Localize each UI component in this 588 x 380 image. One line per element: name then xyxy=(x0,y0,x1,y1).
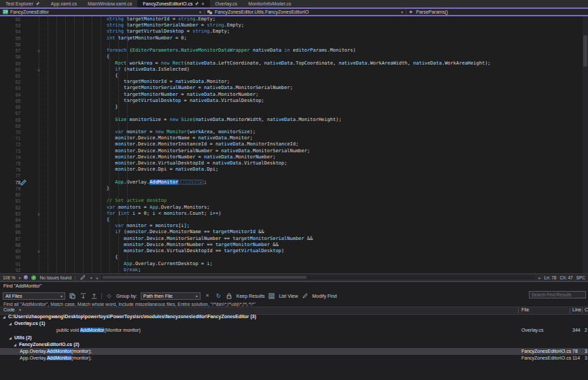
pin-icon[interactable] xyxy=(194,1,199,7)
line-number[interactable]: 91 xyxy=(0,261,20,267)
type-dropdown[interactable]: FancyZonesEditor.Utils.FancyZonesEditorI… xyxy=(205,9,407,15)
line-number[interactable]: 58 xyxy=(0,54,20,60)
expander-icon[interactable]: ◢ xyxy=(9,320,12,327)
code-editor[interactable]: 52 string targetMonitorId = string.Empty… xyxy=(0,16,588,273)
line-number[interactable]: 90 xyxy=(0,254,20,260)
group-by-dropdown[interactable]: Path then File ▾ xyxy=(141,292,201,300)
line-number[interactable]: 88 xyxy=(0,242,20,248)
tab-app-xaml-cs[interactable]: App.xaml.cs xyxy=(46,0,82,7)
line-number[interactable]: 68 xyxy=(0,117,20,123)
line-number[interactable]: 52 xyxy=(0,16,20,22)
issues-status[interactable]: No issues found xyxy=(39,275,71,280)
line-number[interactable]: 64 xyxy=(0,92,20,98)
find-group-row[interactable]: ◢FancyZonesEditorIO.cs (2) xyxy=(0,341,588,348)
line-number[interactable]: 79 xyxy=(0,186,20,192)
find-result-row[interactable]: App.Overlay.AddMonitor(monitor);FancyZon… xyxy=(0,355,588,362)
clear-icon[interactable]: ✕ xyxy=(204,292,211,300)
char-position[interactable]: Ch: 47 xyxy=(559,275,572,280)
close-icon[interactable]: × xyxy=(201,1,204,6)
scroll-right-icon[interactable]: ▸ xyxy=(538,275,540,280)
find-group-row[interactable]: ◢Overlay.cs (1) xyxy=(0,320,588,327)
line-number[interactable]: 56 xyxy=(0,41,20,48)
line-number[interactable]: 61 xyxy=(0,73,20,79)
line-number[interactable]: 54 xyxy=(0,29,20,35)
line-number[interactable]: 76 xyxy=(0,167,20,173)
chevron-down-icon[interactable]: ▾ xyxy=(18,275,20,280)
line-number[interactable]: 74 xyxy=(0,154,20,160)
tab-fancyzoneseditorio-cs[interactable]: FancyZonesEditorIO.cs× xyxy=(137,0,209,7)
line-number[interactable]: 78 xyxy=(0,179,20,186)
track-changes-pen-icon[interactable] xyxy=(80,274,87,281)
line-number[interactable]: 92 xyxy=(0,267,20,273)
line-number[interactable]: 59 xyxy=(0,61,20,67)
find-result-row[interactable]: public void AddMonitor(Monitor monitor)O… xyxy=(0,327,588,334)
line-number[interactable]: 71 xyxy=(0,135,20,141)
line-number[interactable]: 53 xyxy=(0,22,20,29)
tab-test-explorer[interactable]: Test Explorer xyxy=(0,0,46,7)
chevron-down-icon[interactable]: ▾ xyxy=(90,275,92,280)
space-mode[interactable]: SPC xyxy=(576,275,585,280)
line-number[interactable]: 72 xyxy=(0,141,20,148)
line-number[interactable]: 73 xyxy=(0,148,20,154)
member-dropdown[interactable]: ◆ ParseParams() xyxy=(407,9,588,15)
tab-mainwindow-xaml-cs[interactable]: MainWindow.xaml.cs xyxy=(82,0,137,7)
scroll-left-icon[interactable]: ◂ xyxy=(96,275,98,280)
settings-gear-icon[interactable] xyxy=(105,292,113,300)
lock-icon[interactable] xyxy=(226,292,233,300)
keep-results-label[interactable]: Keep Results xyxy=(237,294,265,298)
line-number[interactable]: 63 xyxy=(0,85,20,91)
line-number[interactable]: 87 xyxy=(0,236,20,242)
find-group-row[interactable]: ◢Utils (2) xyxy=(0,334,588,341)
line-number[interactable]: 86 xyxy=(0,229,20,235)
line-number[interactable]: 80 xyxy=(0,192,20,198)
find-group-row[interactable]: ◢C:\Users\zhaopengwang\Desktop\powertoys… xyxy=(0,313,588,320)
line-number[interactable]: 57 xyxy=(0,48,20,54)
tab-monitorinfomodel-cs[interactable]: MonitorInfoModel.cs xyxy=(243,0,296,7)
health-indicator-icon[interactable] xyxy=(24,275,28,279)
column-code[interactable]: Code xyxy=(3,307,15,312)
tab-overlay-cs[interactable]: Overlay.cs xyxy=(210,0,243,7)
expander-icon[interactable]: ◢ xyxy=(9,334,12,341)
chevron-down-icon[interactable]: ▾ xyxy=(19,307,21,312)
line-number[interactable]: 89 xyxy=(0,248,20,254)
search-find-results-input[interactable] xyxy=(529,291,586,298)
line-number[interactable]: 83 xyxy=(0,211,20,217)
line-number[interactable]: 55 xyxy=(0,35,20,41)
scrollbar-thumb[interactable] xyxy=(103,276,307,279)
expander-icon[interactable]: ◢ xyxy=(14,341,16,348)
line-number[interactable]: 62 xyxy=(0,79,20,85)
scope-dropdown[interactable]: All Files ▾ xyxy=(3,292,65,300)
column-line[interactable]: Line xyxy=(572,307,581,312)
line-number[interactable]: 81 xyxy=(0,198,20,204)
editor-vertical-scrollbar[interactable] xyxy=(583,16,588,273)
modify-find-label[interactable]: Modify Find xyxy=(312,294,336,298)
line-number[interactable]: 69 xyxy=(0,123,20,129)
line-position[interactable]: Ln: 78 xyxy=(544,275,556,280)
horizontal-scrollbar[interactable] xyxy=(101,275,536,279)
line-number[interactable]: 60 xyxy=(0,67,20,73)
scrollbar-thumb[interactable] xyxy=(583,35,587,67)
pin-icon[interactable] xyxy=(35,1,40,7)
modify-find-pen-icon[interactable] xyxy=(301,292,309,300)
refresh-icon[interactable]: ↻ xyxy=(215,292,222,300)
line-number[interactable]: 66 xyxy=(0,104,20,110)
collapse-all-icon[interactable] xyxy=(90,292,98,300)
zoom-level[interactable]: 108 % xyxy=(3,275,15,280)
find-result-row[interactable]: App.Overlay.AddMonitor(monitor);FancyZon… xyxy=(0,348,588,355)
line-number[interactable]: 82 xyxy=(0,205,20,211)
project-dropdown[interactable]: C# FancyZonesEditor ▾ xyxy=(0,9,205,15)
line-number[interactable]: 84 xyxy=(0,217,20,223)
line-number[interactable]: 67 xyxy=(0,110,20,116)
expander-icon[interactable]: ◢ xyxy=(3,313,5,320)
line-number[interactable]: 70 xyxy=(0,129,20,135)
line-number[interactable]: 85 xyxy=(0,223,20,229)
list-view-label[interactable]: List View xyxy=(279,294,298,298)
line-number[interactable]: 65 xyxy=(0,98,20,104)
edit-pen-icon[interactable] xyxy=(20,179,34,186)
copy-icon[interactable] xyxy=(69,292,76,300)
line-number[interactable]: 75 xyxy=(0,160,20,167)
expand-all-icon[interactable] xyxy=(80,292,87,300)
column-file[interactable]: File xyxy=(521,307,529,312)
list-view-icon[interactable] xyxy=(268,292,275,300)
line-number[interactable]: 77 xyxy=(0,173,20,179)
